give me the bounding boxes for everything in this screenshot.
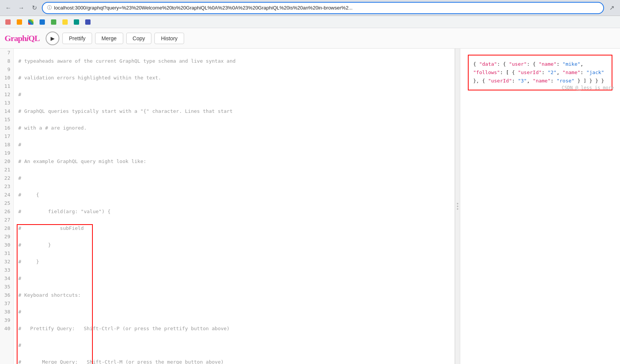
- merge-button[interactable]: Merge: [95, 33, 123, 44]
- resp-line-17: }: [601, 78, 604, 84]
- code-line-9: #: [18, 90, 450, 99]
- watermark: CSDN @_less is more: [562, 84, 614, 92]
- code-line-19: # }: [18, 258, 450, 266]
- resp-line-9: },: [473, 78, 479, 84]
- resp-line-7: "userId": "2",: [518, 70, 560, 75]
- code-content: # typeaheads aware of the current GraphQ…: [14, 49, 455, 364]
- resp-line-16: }: [595, 78, 598, 84]
- divider-dot-3: [457, 208, 458, 210]
- code-line-17: # subField: [18, 224, 450, 233]
- query-editor[interactable]: 7 8 9 10 11 12 13 14 15 16 17 18 19 20 2…: [0, 49, 455, 364]
- graphiql-main: 7 8 9 10 11 12 13 14 15 16 17 18 19 20 2…: [0, 49, 620, 364]
- code-line-23: # Prettify Query: Shift-Ctrl-P (or press…: [18, 324, 450, 333]
- resp-line-5: "follows": [: [473, 70, 509, 75]
- code-line-12: #: [18, 141, 450, 149]
- bookmark-1[interactable]: [3, 19, 13, 25]
- prettify-button[interactable]: Prettify: [62, 33, 92, 44]
- bookmark-favicon-1: [5, 19, 11, 25]
- address-text: localhost:3000/graphql?query=%23%20Welco…: [54, 5, 599, 11]
- bookmark-2[interactable]: [14, 19, 24, 25]
- run-button[interactable]: ▶: [46, 32, 59, 45]
- code-line-16: # field(arg: "value") {: [18, 207, 450, 216]
- bookmark-favicon-5: [51, 19, 56, 25]
- code-line-25: # Merge Query: Shift-Ctrl-M (or press th…: [18, 358, 450, 364]
- bookmark-favicon-8: [85, 19, 91, 25]
- resp-line-10: {: [482, 78, 485, 84]
- resp-line-14: ]: [583, 78, 587, 84]
- bookmark-favicon-4: [40, 19, 45, 25]
- share-button[interactable]: ↗: [606, 3, 617, 13]
- divider-dot-1: [457, 203, 458, 204]
- resp-line-2: "data": {: [479, 61, 506, 67]
- code-line-18: # }: [18, 241, 450, 249]
- forward-button[interactable]: →: [16, 3, 27, 13]
- bookmark-8[interactable]: [83, 19, 93, 25]
- resp-line-11: "userId": "3",: [488, 78, 530, 84]
- back-button[interactable]: ←: [3, 3, 14, 13]
- bookmark-6[interactable]: [60, 19, 70, 25]
- graphiql-app: GraphiQL ▶ Prettify Merge Copy History 7…: [0, 28, 620, 364]
- panel-divider[interactable]: [455, 49, 460, 364]
- code-line-22: #: [18, 308, 450, 316]
- bookmark-4[interactable]: [37, 19, 47, 25]
- response-panel: { "data": { "user": { "name": "mike", "f…: [460, 49, 620, 364]
- code-line-8: # validation errors highlighted within t…: [18, 74, 450, 82]
- reload-button[interactable]: ↻: [29, 3, 40, 13]
- code-line-24: #: [18, 341, 450, 350]
- bookmarks-bar: [0, 16, 620, 28]
- bookmark-favicon-3: [28, 19, 33, 25]
- code-line-13: # An example GraphQL query might look li…: [18, 157, 450, 166]
- code-line-11: # with a # are ignored.: [18, 124, 450, 132]
- resp-line-12: "name": "rose": [533, 78, 575, 84]
- bookmark-favicon-2: [17, 19, 22, 25]
- resp-line-15: }: [589, 78, 592, 84]
- lock-icon: ⓘ: [47, 5, 52, 11]
- resp-line-1: {: [473, 61, 476, 67]
- response-content: { "data": { "user": { "name": "mike", "f…: [460, 49, 620, 97]
- code-area: 7 8 9 10 11 12 13 14 15 16 17 18 19 20 2…: [0, 49, 455, 364]
- copy-button[interactable]: Copy: [126, 33, 152, 44]
- code-line-21: # Keyboard shortcuts:: [18, 291, 450, 299]
- address-bar[interactable]: ⓘ localhost:3000/graphql?query=%23%20Wel…: [42, 2, 604, 14]
- address-highlight: localhost:3000/graphql: [54, 5, 104, 11]
- address-rest: ?query=%23%20Welcome%20to%20GraphiQL%0A%…: [104, 5, 353, 11]
- bookmark-favicon-7: [74, 19, 79, 25]
- resp-line-13: }: [577, 78, 580, 84]
- bookmark-7[interactable]: [72, 19, 81, 25]
- code-line-15: # {: [18, 191, 450, 199]
- bookmark-5[interactable]: [49, 19, 59, 25]
- play-icon: ▶: [51, 35, 55, 41]
- divider-dot-2: [457, 206, 458, 207]
- graphiql-toolbar: GraphiQL ▶ Prettify Merge Copy History: [0, 28, 620, 49]
- code-line-7: # typeaheads aware of the current GraphQ…: [18, 57, 450, 65]
- resp-line-6: {: [512, 70, 515, 75]
- history-button[interactable]: History: [154, 33, 184, 44]
- resp-line-4: "name": "mike",: [539, 61, 583, 67]
- bookmark-favicon-6: [62, 19, 68, 25]
- code-line-14: #: [18, 174, 450, 182]
- resp-line-3: "user": {: [509, 61, 536, 67]
- resp-line-8: "name": "jack": [563, 70, 604, 75]
- browser-chrome: ← → ↻ ⓘ localhost:3000/graphql?query=%23…: [0, 0, 620, 16]
- line-numbers: 7 8 9 10 11 12 13 14 15 16 17 18 19 20 2…: [0, 49, 14, 364]
- code-line-20: #: [18, 274, 450, 283]
- graphiql-logo: GraphiQL: [5, 33, 40, 43]
- code-line-10: # GraphQL queries typically start with a…: [18, 107, 450, 116]
- bookmark-3[interactable]: [26, 19, 36, 25]
